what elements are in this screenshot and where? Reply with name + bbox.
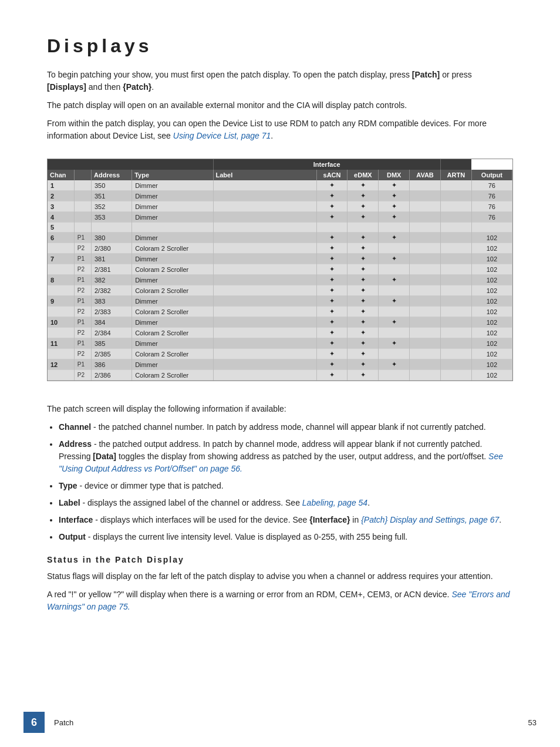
cell-sacn: ✦ — [316, 338, 348, 349]
cell-artn — [440, 307, 471, 317]
displays-key: [Displays] — [47, 82, 86, 92]
output-address-link[interactable]: See "Using Output Address vs Port/Offset… — [59, 452, 503, 473]
cell-output: 102 — [471, 349, 512, 359]
cell-artn — [440, 243, 471, 254]
channel-bold: Channel — [59, 422, 91, 432]
cell-avab — [410, 212, 441, 223]
errors-link[interactable]: See "Errors and Warnings" on page 75. — [47, 590, 510, 611]
cell-edmx: ✦ — [348, 191, 379, 201]
cell-chan — [48, 370, 74, 381]
cell-label — [213, 254, 316, 264]
bullet-address: Address - the patched output address. In… — [59, 438, 513, 475]
cell-chan: 12 — [48, 359, 74, 370]
cell-avab — [410, 243, 441, 254]
col-output: Output — [471, 170, 512, 180]
cell-chan: 9 — [48, 296, 74, 307]
cell-label — [213, 275, 316, 285]
cell-sacn: ✦ — [316, 191, 348, 201]
cell-dmx — [379, 264, 410, 275]
cell-artn — [440, 328, 471, 338]
cell-dmx: ✦ — [379, 338, 410, 349]
cell-edmx: ✦ — [348, 349, 379, 359]
cell-part: P2 — [74, 264, 91, 275]
cell-dmx: ✦ — [379, 275, 410, 285]
cell-label — [213, 180, 316, 191]
cell-addr: 381 — [92, 254, 132, 264]
cell-part: P1 — [74, 296, 91, 307]
cell-sacn: ✦ — [316, 370, 348, 381]
footer-section: Patch — [54, 718, 528, 727]
cell-addr: 350 — [92, 180, 132, 191]
patch-table-wrapper: Interface Chan Address Type Label sACN e… — [47, 159, 513, 381]
cell-artn — [440, 233, 471, 243]
cell-type: Dimmer — [132, 296, 213, 307]
patch-display-link[interactable]: {Patch} Display and Settings, page 67 — [361, 515, 499, 524]
cell-type: Dimmer — [132, 191, 213, 201]
footer: 6 Patch 53 — [0, 712, 560, 733]
bullet-list: Channel - the patched channel number. In… — [59, 421, 513, 543]
col-chan: Chan — [48, 170, 74, 180]
cell-part: P1 — [74, 338, 91, 349]
cell-label — [213, 307, 316, 317]
cell-dmx: ✦ — [379, 359, 410, 370]
table-row: P2 2/385 Coloram 2 Scroller ✦ ✦ 102 — [48, 349, 512, 359]
cell-dmx: ✦ — [379, 317, 410, 328]
bullet-label: Label - displays the assigned label of t… — [59, 497, 513, 509]
cell-artn — [440, 180, 471, 191]
cell-chan — [48, 307, 74, 317]
cell-addr: 2/383 — [92, 307, 132, 317]
cell-addr: 383 — [92, 296, 132, 307]
cell-sacn: ✦ — [316, 296, 348, 307]
col-dmx: DMX — [379, 170, 410, 180]
cell-type: Dimmer — [132, 212, 213, 223]
cell-artn — [440, 296, 471, 307]
col-part — [74, 170, 91, 180]
cell-addr: 2/385 — [92, 349, 132, 359]
cell-addr: 352 — [92, 201, 132, 212]
cell-artn — [440, 349, 471, 359]
cell-chan: 8 — [48, 275, 74, 285]
cell-addr: 351 — [92, 191, 132, 201]
cell-type: Coloram 2 Scroller — [132, 243, 213, 254]
cell-label — [213, 243, 316, 254]
cell-edmx: ✦ — [348, 296, 379, 307]
cell-edmx: ✦ — [348, 212, 379, 223]
table-row: 8 P1 382 Dimmer ✦ ✦ ✦ 102 — [48, 275, 512, 285]
intro-paragraph-3: From within the patch display, you can o… — [47, 117, 513, 142]
cell-chan: 5 — [48, 223, 74, 233]
labeling-link[interactable]: Labeling, page 54 — [302, 498, 367, 507]
cell-dmx: ✦ — [379, 191, 410, 201]
cell-addr: 2/382 — [92, 285, 132, 296]
body-section: The patch screen will display the follow… — [47, 403, 513, 543]
cell-output: 102 — [471, 359, 512, 370]
type-bold: Type — [59, 481, 77, 490]
cell-part: P1 — [74, 275, 91, 285]
cell-addr: 384 — [92, 317, 132, 328]
cell-type: Coloram 2 Scroller — [132, 349, 213, 359]
cell-chan: 6 — [48, 233, 74, 243]
cell-artn — [440, 359, 471, 370]
cell-edmx: ✦ — [348, 243, 379, 254]
cell-label — [213, 223, 316, 233]
device-list-link[interactable]: Using Device List, page 71 — [173, 131, 271, 140]
cell-sacn: ✦ — [316, 307, 348, 317]
col-label: Label — [213, 170, 316, 180]
cell-label — [213, 317, 316, 328]
cell-sacn: ✦ — [316, 328, 348, 338]
cell-part — [74, 191, 91, 201]
cell-edmx: ✦ — [348, 285, 379, 296]
cell-addr: 385 — [92, 338, 132, 349]
cell-output: 76 — [471, 191, 512, 201]
col-avab: AVAB — [410, 170, 441, 180]
cell-artn — [440, 212, 471, 223]
cell-edmx — [348, 223, 379, 233]
cell-part: P2 — [74, 243, 91, 254]
cell-artn — [440, 254, 471, 264]
table-column-headers: Chan Address Type Label sACN eDMX DMX AV… — [48, 170, 512, 180]
cell-label — [213, 328, 316, 338]
cell-avab — [410, 233, 441, 243]
intro-paragraph-2: The patch display will open on an availa… — [47, 99, 513, 112]
cell-type: Coloram 2 Scroller — [132, 285, 213, 296]
cell-type: Coloram 2 Scroller — [132, 264, 213, 275]
cell-output: 102 — [471, 296, 512, 307]
